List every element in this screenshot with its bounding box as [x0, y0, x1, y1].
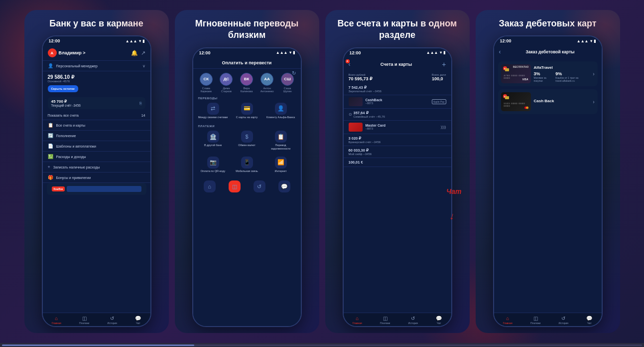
card-chip-at: [505, 68, 509, 71]
signal-icon: ▲▲▲: [126, 39, 137, 43]
debit-card-alfatravel[interactable]: А 4790 0000 0000 0000 VISA БЕСПЛАТНО Alf…: [498, 61, 598, 86]
nav-history-4[interactable]: ↺ История: [559, 316, 568, 325]
transfer-client[interactable]: 👤 Клиенту Альфа-Банка: [265, 101, 297, 121]
card-entry-mastercard[interactable]: А Master Card −8873 )))): [344, 121, 451, 134]
card-entry-cashback[interactable]: А CashBack −8873 Apple Pay: [344, 95, 451, 109]
card-chip-cb: [505, 96, 509, 99]
topup-label: Пополнение: [56, 134, 76, 138]
screen4-title: Заказ дебетовой карты: [504, 49, 597, 54]
avatar-2[interactable]: ДС ДимаСтарков: [220, 73, 233, 93]
history-btn[interactable]: ↺: [254, 180, 265, 192]
chat-icon-3: 💬: [436, 316, 442, 321]
account-entry-1: 7 542,43 ₽ Зарплатный счёт −3456: [344, 83, 451, 95]
transfer-between[interactable]: ⇄ Между своими счетами: [197, 101, 229, 121]
scrollbar[interactable]: [0, 343, 644, 347]
menu-templates[interactable]: 📄 Шаблоны и автоплатежи: [43, 141, 150, 152]
menu-expenses[interactable]: 💹 Расходы и доходы: [43, 152, 150, 162]
templates-icon: 📄: [48, 144, 53, 149]
payment-internet[interactable]: 📶 Интернет: [265, 155, 297, 175]
cashback-bar: [67, 186, 141, 192]
hide-balance-btn[interactable]: Скрыть остатки: [48, 85, 78, 92]
qr-label: Оплата по QR-коду: [201, 170, 225, 173]
menu-bonuses[interactable]: 🎁 Бонусы и привилегии: [43, 173, 150, 183]
nav-home-4[interactable]: ⌂ Главная: [503, 316, 513, 325]
all-accounts-label: Все счета и карты: [56, 124, 86, 127]
mastercard-img: А: [349, 123, 363, 132]
scrollbar-thumb[interactable]: [2, 345, 194, 346]
bank-icon: 🏦: [207, 131, 219, 143]
avatar-name-2: ДимаСтарков: [221, 87, 232, 93]
debit-card-cashback[interactable]: А 5555 0000 0000 0000 Cash Back ›: [498, 89, 598, 114]
personal-manager-label: Персональный менеджер: [56, 64, 98, 68]
client-icon: 👤: [275, 103, 287, 115]
history-icon-3: ↺: [411, 316, 415, 321]
mc-logo-cb: [524, 106, 529, 109]
home-btn[interactable]: ⌂: [204, 180, 216, 192]
payment-mobile[interactable]: 📱 Мобильная связь: [231, 155, 263, 175]
avatar-name-5: СашаШулин: [283, 87, 292, 93]
main-content: Банк у вас в кармане 12:00 ▲▲▲ ▾ ▮ А Вла…: [0, 0, 644, 343]
status-icons-2: ▲▲▲ ▾ ▮: [276, 50, 295, 55]
home-icon: ⌂: [55, 316, 58, 321]
nav-history-1[interactable]: ↺ История: [108, 316, 117, 325]
avatar-5[interactable]: СШ СашаШулин: [281, 73, 294, 93]
chat-btn[interactable]: 💬: [278, 180, 290, 192]
show-all-btn[interactable]: Показать все счета 14: [43, 111, 150, 120]
avatar-3[interactable]: ВК ВераКалинова: [240, 73, 253, 93]
nav-home-1[interactable]: ⌂ Главная: [52, 316, 61, 325]
phone1-nav: ⌂ Главная ◫ Платежи ↺ История 💬 Чат: [43, 313, 150, 326]
nav-payments-3[interactable]: ◫ Платежи: [380, 316, 390, 325]
signal-icon-2: ▲▲▲: [276, 50, 288, 55]
nav-chat-1[interactable]: 💬 Чат: [135, 316, 141, 325]
exchange-label: Обмен валют: [238, 144, 255, 147]
refresh-icon[interactable]: ↻: [292, 70, 296, 76]
accounts-icon: 📋: [48, 123, 53, 128]
add-btn-3[interactable]: +: [442, 60, 446, 68]
bell-icon[interactable]: 🔔: [131, 50, 138, 56]
nav-home-3[interactable]: ⌂ Главная: [353, 316, 362, 325]
copy-icon[interactable]: ⎘: [139, 101, 142, 106]
phone3-status-bar: 12:00 ▲▲▲ ▾ ▮: [344, 48, 451, 57]
wifi-pay-icon: )))): [441, 125, 446, 129]
menu-topup[interactable]: 🔄 Пополнение: [43, 131, 150, 141]
screen3-title: Счета и карты: [381, 62, 412, 67]
menu-all-accounts[interactable]: 📋 Все счета и карты: [43, 120, 150, 131]
user-name[interactable]: Владимир >: [59, 50, 86, 55]
payment-exchange[interactable]: $ Обмен валют: [231, 129, 263, 152]
payment-qr[interactable]: 📷 Оплата по QR-коду: [197, 155, 229, 175]
battery-icon-3: ▮: [443, 50, 445, 55]
battery-icon: ▮: [142, 39, 144, 43]
nav-payments-1[interactable]: ◫ Платежи: [79, 316, 89, 325]
avatar-1[interactable]: СК СлаваКиржаев: [200, 73, 213, 93]
card-brand-label-at: БЕСПЛАТНО: [513, 65, 529, 68]
phone2-screen: Оплатить и перевести ↻ СК СлаваКиржаев Д…: [193, 57, 301, 326]
share-icon[interactable]: ↗: [141, 50, 145, 56]
signal-icon-3: ▲▲▲: [426, 50, 438, 55]
between-icon: ⇄: [207, 103, 219, 115]
avatar-name-4: АнтонАнтоненко: [260, 87, 274, 93]
back-btn-4[interactable]: ‹: [499, 48, 501, 55]
cashback-num: −8873: [366, 102, 429, 105]
nav-chat-3[interactable]: 💬 Чат: [436, 316, 442, 325]
payments-btn[interactable]: ◫: [229, 180, 241, 192]
transfer-card[interactable]: 💳 С карты на карту: [231, 101, 263, 121]
nav-history-3[interactable]: ↺ История: [408, 316, 418, 325]
avatar-name-1: СлаваКиржаев: [201, 87, 212, 93]
menu-cash[interactable]: + Записать наличные расходы: [43, 162, 150, 173]
avatar-4[interactable]: АА АнтонАнтоненко: [260, 73, 274, 93]
status-time-4: 12:00: [500, 38, 512, 43]
payment-bank[interactable]: 🏦 В другой банк: [197, 129, 229, 152]
phone4-title: Заказ дебетовых карт: [499, 18, 596, 29]
nav-chat-4[interactable]: 💬 Чат: [586, 316, 592, 325]
balance-section: 29 586.10 ₽ Основной -4576 Скрыть остатк…: [43, 71, 150, 95]
avatar-name-3: ВераКалинова: [241, 87, 253, 93]
status-icons-4: ▲▲▲ ▾ ▮: [577, 39, 596, 43]
nav-home-label-3: Главная: [353, 322, 362, 325]
visa-logo-at: VISA: [522, 78, 528, 81]
payment-debt[interactable]: 📋 Перевод задолженности: [265, 129, 297, 152]
payments-icon-3: ◫: [383, 316, 387, 321]
nav-payments-4[interactable]: ◫ Платежи: [530, 316, 540, 325]
scrollbar-track: [2, 345, 642, 346]
menu-personal-manager[interactable]: 👤 Персональный менеджер ∨: [43, 61, 150, 71]
cashback-card-img: А: [349, 97, 363, 106]
